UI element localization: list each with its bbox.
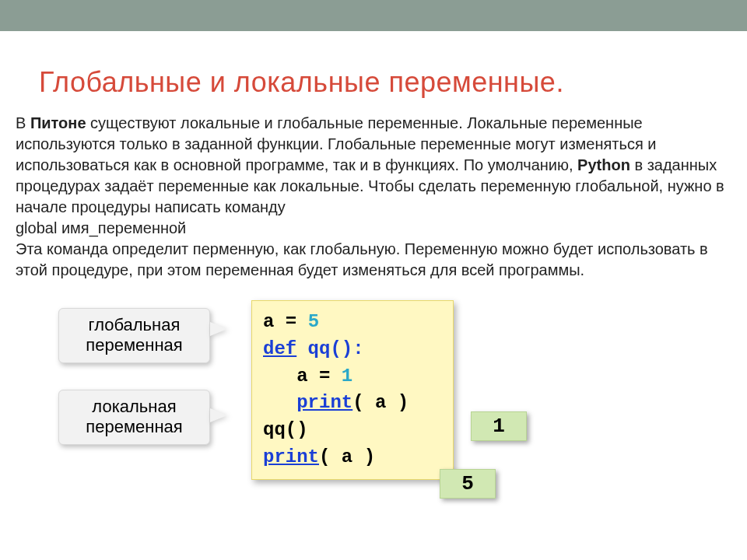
callout-line: локальная (92, 397, 176, 416)
bold-python: Python (577, 156, 630, 173)
code-args: ( a ) (352, 392, 409, 413)
code-diagram: глобальная переменная локальная переменн… (16, 300, 731, 534)
code-keyword: def (263, 338, 296, 359)
callout-pointer-icon (210, 408, 227, 422)
code-var: a (263, 311, 274, 332)
code-number: 5 (308, 311, 319, 332)
code-keyword: print (263, 446, 319, 467)
slide-title: Глобальные и локальные переменные. (39, 66, 731, 99)
code-var: a (263, 366, 308, 387)
code-sample: a = 5 def qq(): a = 1 print( a ) qq() pr… (251, 300, 454, 480)
output-value-2: 5 (440, 469, 496, 499)
bold-piton: Питоне (30, 114, 86, 131)
slide-content: Глобальные и локальные переменные. В Пит… (0, 66, 747, 534)
callout-pointer-icon (210, 322, 227, 336)
code-op: = (308, 366, 342, 387)
callout-global-variable: глобальная переменная (58, 308, 210, 363)
top-bar (0, 0, 747, 31)
callout-local-variable: локальная переменная (58, 390, 210, 445)
code-call: qq() (263, 419, 308, 440)
code-command-line: global имя_переменной (16, 219, 186, 236)
code-number: 1 (342, 366, 352, 387)
text-fragment: существуют локальные и глобальные переме… (16, 114, 656, 173)
code-indent (263, 392, 296, 413)
text-fragment: В (16, 114, 30, 131)
code-args: ( a ) (319, 446, 375, 467)
code-keyword: print (296, 392, 352, 413)
code-op: = (274, 311, 307, 332)
output-value-1: 1 (471, 411, 527, 441)
callout-line: глобальная (89, 315, 181, 334)
code-fn: qq(): (296, 338, 363, 359)
body-text: В Питоне существуют локальные и глобальн… (16, 113, 731, 281)
callout-line: переменная (86, 335, 182, 355)
text-fragment: Эта команда определит перменную, как гло… (16, 240, 708, 278)
callout-line: переменная (86, 417, 182, 436)
